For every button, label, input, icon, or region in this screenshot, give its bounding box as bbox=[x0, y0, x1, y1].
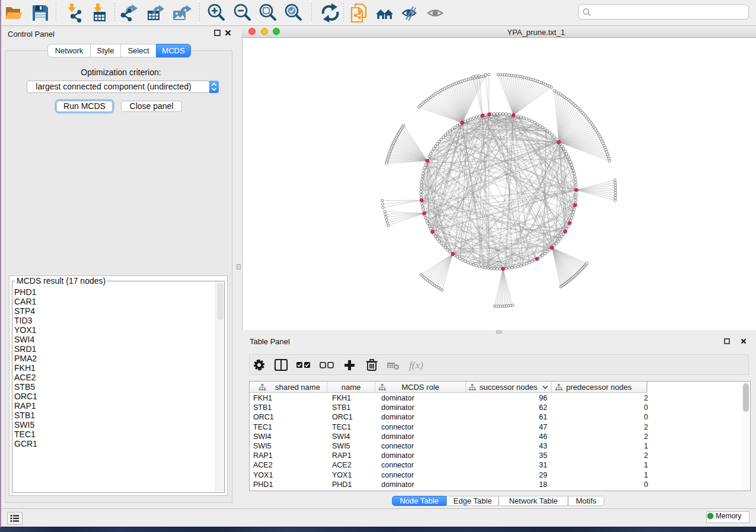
svg-text:f(x): f(x) bbox=[409, 360, 423, 371]
